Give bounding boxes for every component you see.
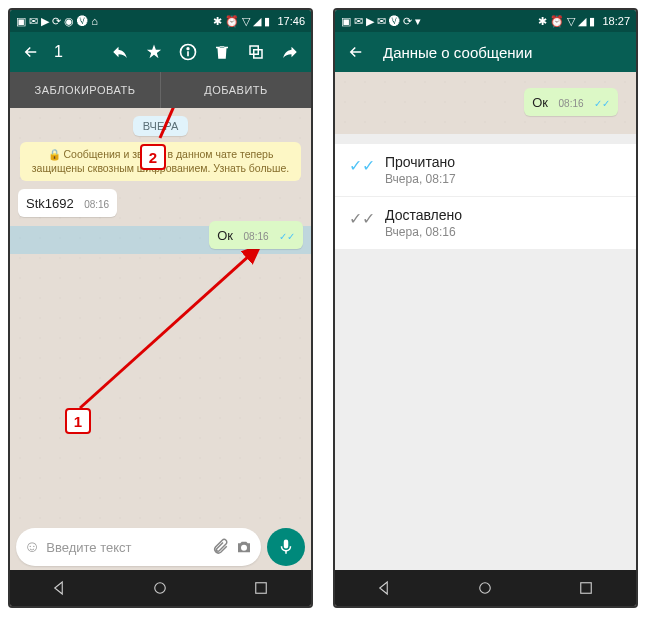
message-time: 08:16 — [244, 231, 269, 242]
incoming-message[interactable]: Stk1692 08:16 — [18, 189, 117, 217]
svg-point-9 — [480, 583, 491, 594]
action-tabs: ЗАБЛОКИРОВАТЬ ДОБАВИТЬ — [10, 72, 311, 108]
reply-icon[interactable] — [105, 37, 135, 67]
svg-point-2 — [187, 48, 189, 50]
back-icon[interactable] — [16, 37, 46, 67]
message-preview: Ок 08:16 ✓✓ — [524, 88, 618, 116]
message-input[interactable]: ☺ Введите текст — [16, 528, 261, 566]
tab-add[interactable]: ДОБАВИТЬ — [161, 72, 311, 108]
delivered-time: Вчера, 08:16 — [385, 225, 462, 239]
status-icons-right: ✱ ⏰ ▽ ◢ ▮ — [538, 15, 595, 28]
nav-recent-icon[interactable] — [577, 579, 595, 597]
selection-toolbar: 1 — [10, 32, 311, 72]
phone-whatsapp-chat: ▣ ✉ ▶ ⟳ ◉ 🅥 ⌂ ✱ ⏰ ▽ ◢ ▮ 17:46 1 — [8, 8, 313, 608]
phone-message-info: ▣ ✉ ▶ ✉ 🅥 ⟳ ▾ ✱ ⏰ ▽ ◢ ▮ 18:27 Данные о с… — [333, 8, 638, 608]
status-bar: ▣ ✉ ▶ ⟳ ◉ 🅥 ⌂ ✱ ⏰ ▽ ◢ ▮ 17:46 — [10, 10, 311, 32]
delivered-label: Доставлено — [385, 207, 462, 223]
day-separator: ВЧЕРА — [133, 116, 188, 136]
read-ticks-icon: ✓✓ — [349, 156, 375, 175]
read-row: ✓✓ Прочитано Вчера, 08:17 — [335, 144, 636, 197]
nav-back-icon[interactable] — [376, 579, 394, 597]
outgoing-message[interactable]: Ок 08:16 ✓✓ — [209, 221, 303, 249]
read-ticks-icon: ✓✓ — [279, 231, 295, 242]
nav-back-icon[interactable] — [51, 579, 69, 597]
status-time: 18:27 — [602, 15, 630, 27]
nav-home-icon[interactable] — [151, 579, 169, 597]
delivered-ticks-icon: ✓✓ — [349, 209, 375, 228]
attach-icon[interactable] — [211, 538, 229, 556]
title-bar: Данные о сообщении — [335, 32, 636, 72]
callout-2: 2 — [140, 144, 166, 170]
copy-icon[interactable] — [241, 37, 271, 67]
status-icons-left: ▣ ✉ ▶ ⟳ ◉ 🅥 ⌂ — [16, 15, 98, 28]
message-text: Stk1692 — [26, 196, 74, 211]
camera-icon[interactable] — [235, 538, 253, 556]
read-ticks-icon: ✓✓ — [594, 98, 610, 109]
status-icons-right: ✱ ⏰ ▽ ◢ ▮ — [213, 15, 270, 28]
back-icon[interactable] — [341, 37, 371, 67]
chat-area: ВЧЕРА 🔒 Сообщения и звонки в данном чате… — [10, 108, 311, 524]
info-icon[interactable] — [173, 37, 203, 67]
svg-point-7 — [155, 583, 166, 594]
message-time: 08:16 — [559, 98, 584, 109]
android-nav-bar — [10, 570, 311, 606]
svg-rect-10 — [581, 583, 592, 594]
page-title: Данные о сообщении — [383, 44, 532, 61]
status-bar: ▣ ✉ ▶ ✉ 🅥 ⟳ ▾ ✱ ⏰ ▽ ◢ ▮ 18:27 — [335, 10, 636, 32]
message-input-bar: ☺ Введите текст — [10, 524, 311, 570]
nav-home-icon[interactable] — [476, 579, 494, 597]
status-time: 17:46 — [277, 15, 305, 27]
read-time: Вчера, 08:17 — [385, 172, 456, 186]
delivered-row: ✓✓ Доставлено Вчера, 08:16 — [335, 197, 636, 249]
read-label: Прочитано — [385, 154, 456, 170]
annotation-arrow-1 — [50, 238, 280, 418]
status-icons-left: ▣ ✉ ▶ ✉ 🅥 ⟳ ▾ — [341, 15, 421, 28]
input-placeholder: Введите текст — [46, 540, 205, 555]
forward-icon[interactable] — [275, 37, 305, 67]
selection-count: 1 — [54, 43, 63, 61]
info-body: Ок 08:16 ✓✓ ✓✓ Прочитано Вчера, 08:17 ✓✓… — [335, 72, 636, 570]
delivery-info-section: ✓✓ Прочитано Вчера, 08:17 ✓✓ Доставлено … — [335, 144, 636, 249]
emoji-icon[interactable]: ☺ — [24, 538, 40, 556]
nav-recent-icon[interactable] — [252, 579, 270, 597]
star-icon[interactable] — [139, 37, 169, 67]
callout-1: 1 — [65, 408, 91, 434]
message-text: Ок — [217, 228, 233, 243]
message-text: Ок — [532, 95, 548, 110]
tab-block[interactable]: ЗАБЛОКИРОВАТЬ — [10, 72, 161, 108]
message-time: 08:16 — [84, 199, 109, 210]
svg-rect-8 — [256, 583, 267, 594]
mic-button[interactable] — [267, 528, 305, 566]
svg-line-5 — [80, 246, 260, 408]
delete-icon[interactable] — [207, 37, 237, 67]
android-nav-bar — [335, 570, 636, 606]
message-preview-area: Ок 08:16 ✓✓ — [335, 72, 636, 134]
